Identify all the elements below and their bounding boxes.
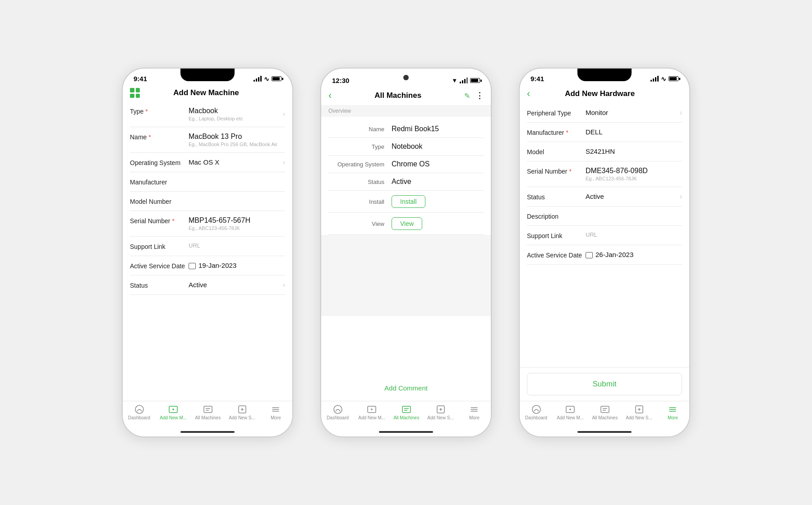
tab-all-machines-1[interactable]: All Machines: [195, 405, 221, 420]
header-1: Add New Machine: [123, 84, 292, 101]
time-3: 9:41: [531, 75, 544, 83]
value-status: Active: [189, 281, 285, 289]
detail-row-name: Name Redmi Book15: [328, 120, 484, 138]
tab-add-new-s-2[interactable]: Add New S...: [427, 405, 453, 420]
add-comment-label: Add Comment: [384, 384, 428, 392]
home-indicator-1: [180, 431, 235, 433]
edit-icon-2[interactable]: ✎: [464, 92, 470, 100]
tab-more-3[interactable]: More: [660, 405, 685, 420]
tab-bar-1: Dashboard Add New M... A: [123, 401, 292, 429]
label-peripheral: Peripheral Type: [527, 109, 586, 117]
value-support: URL: [189, 242, 285, 249]
add-machine-icon-2: [366, 405, 377, 414]
form-row-date[interactable]: Active Service Date 19-Jan-2023: [130, 256, 285, 275]
status-icons-2: ▼: [452, 77, 480, 84]
tab-label-dashboard-3: Dashboard: [525, 415, 547, 420]
view-button[interactable]: View: [392, 217, 422, 230]
add-new-s-icon-1: [237, 405, 248, 414]
form-row-type[interactable]: Type * Macbook Eg., Laptop, Desktop etc …: [130, 101, 285, 127]
form-row-status[interactable]: Status Active ›: [130, 275, 285, 295]
grid-icon-1[interactable]: [130, 88, 140, 98]
tab-all-machines-3[interactable]: All Machines: [592, 405, 618, 420]
tab-label-dashboard-2: Dashboard: [327, 415, 349, 420]
detail-row-view: View View: [328, 213, 484, 235]
form-content-2: Overview Name Redmi Book15 Type Notebook…: [321, 105, 491, 375]
tab-add-new-s-1[interactable]: Add New S...: [229, 405, 255, 420]
label-support: Support Link: [130, 242, 189, 250]
dashboard-icon-3: [531, 405, 542, 414]
time-2: 12:30: [332, 77, 349, 84]
back-button-3[interactable]: ‹: [527, 88, 530, 100]
tab-add-machine-3[interactable]: Add New M...: [557, 405, 584, 420]
signal-icon-1: [254, 76, 262, 82]
value-date: 19-Jan-2023: [189, 262, 285, 269]
tab-label-add-new-s-2: Add New S...: [427, 415, 453, 420]
tab-dashboard-3[interactable]: Dashboard: [524, 405, 549, 420]
form-row-os[interactable]: Operating System Mac OS X ›: [130, 153, 285, 172]
value-date-3: 26-Jan-2023: [586, 251, 682, 258]
tab-more-1[interactable]: More: [263, 405, 288, 420]
form-row-model-3[interactable]: Model S2421HN: [527, 142, 682, 161]
value-support-3: URL: [586, 231, 682, 238]
tab-more-2[interactable]: More: [462, 405, 487, 420]
form-row-serial-3[interactable]: Serial Number * DME345-876-098D Eg., ABC…: [527, 161, 682, 187]
overview-section: Overview: [321, 105, 491, 117]
add-comment-section[interactable]: Add Comment: [321, 375, 491, 401]
back-button-2[interactable]: ‹: [328, 90, 332, 101]
value-serial-3: DME345-876-098D Eg., ABC123-456-78JK: [586, 167, 648, 181]
tab-label-more-2: More: [469, 415, 480, 420]
tab-all-machines-2[interactable]: All Machines: [393, 405, 419, 420]
tab-label-more-3: More: [668, 415, 678, 420]
chevron-status: ›: [283, 281, 285, 289]
chevron-os: ›: [283, 158, 285, 166]
page-title-1: Add New Machine: [173, 88, 239, 97]
tab-dashboard-2[interactable]: Dashboard: [325, 405, 350, 420]
chevron-status-3: ›: [680, 193, 682, 201]
home-indicator-2: [379, 431, 433, 433]
form-row-serial[interactable]: Serial Number * MBP145-657-567H Eg., ABC…: [130, 211, 285, 237]
detail-label-install: Install: [328, 198, 392, 205]
form-row-description-3[interactable]: Description: [527, 207, 682, 226]
form-row-status-3[interactable]: Status Active ›: [527, 187, 682, 207]
detail-label-os: Operating System: [328, 161, 392, 168]
label-serial-3: Serial Number *: [527, 167, 586, 175]
label-description-3: Description: [527, 212, 586, 220]
detail-value-type: Notebook: [392, 142, 423, 151]
tab-label-dashboard-1: Dashboard: [128, 415, 150, 420]
detail-row-os: Operating System Chrome OS: [328, 156, 484, 173]
wifi-icon-1: ∿: [264, 75, 269, 83]
submit-button[interactable]: Submit: [527, 373, 682, 395]
label-date-3: Active Service Date: [527, 251, 586, 259]
tab-bar-3: Dashboard Add New M... A: [520, 401, 689, 429]
install-button[interactable]: Install: [392, 195, 425, 208]
detail-row-type: Type Notebook: [328, 138, 484, 156]
form-row-name[interactable]: Name * MacBook 13 Pro Eg., MacBook Pro 2…: [130, 127, 285, 153]
add-machine-icon-1: [168, 405, 179, 414]
tab-add-machine-1[interactable]: Add New M...: [160, 405, 187, 420]
form-row-date-3[interactable]: Active Service Date 26-Jan-2023: [527, 245, 682, 265]
form-row-manufacturer[interactable]: Manufacturer: [130, 172, 285, 192]
form-row-peripheral[interactable]: Peripheral Type Monitor ›: [527, 103, 682, 123]
form-row-support-3[interactable]: Support Link URL: [527, 226, 682, 245]
tab-label-all-machines-1: All Machines: [195, 415, 221, 420]
form-content-1: Type * Macbook Eg., Laptop, Desktop etc …: [123, 101, 292, 401]
form-row-model[interactable]: Model Number: [130, 192, 285, 211]
form-row-mfr-3[interactable]: Manufacturer * DELL: [527, 123, 682, 142]
tab-dashboard-1[interactable]: Dashboard: [127, 405, 152, 420]
value-serial: MBP145-657-567H Eg., ABC123-456-78JK: [189, 216, 250, 231]
tab-add-new-s-3[interactable]: Add New S...: [626, 405, 652, 420]
form-row-support[interactable]: Support Link URL: [130, 237, 285, 256]
chevron-peripheral: ›: [680, 109, 682, 117]
label-date: Active Service Date: [130, 262, 189, 270]
label-manufacturer: Manufacturer: [130, 178, 189, 186]
notch-1: [180, 69, 235, 81]
more-menu-icon-2[interactable]: ⋮: [475, 91, 484, 101]
label-model: Model Number: [130, 197, 189, 205]
notch-3: [577, 69, 632, 81]
tab-label-all-machines-3: All Machines: [592, 415, 618, 420]
phone-2: 12:30 ▼ ‹ All Machines ✎ ⋮ Overview: [320, 68, 492, 437]
tab-add-machine-2[interactable]: Add New M...: [358, 405, 385, 420]
tab-label-more-1: More: [271, 415, 281, 420]
detail-row-install: Install Install: [328, 191, 484, 213]
tab-label-add-machine-1: Add New M...: [160, 415, 187, 420]
